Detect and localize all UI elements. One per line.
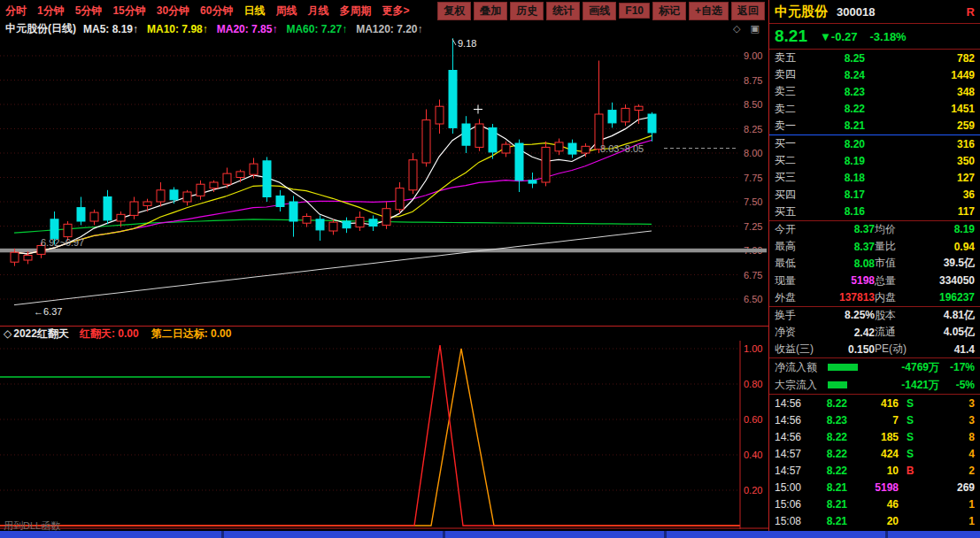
flow-pct: -5% xyxy=(939,379,975,391)
stat-value: 334050 xyxy=(896,274,975,287)
tick-count: 1 xyxy=(922,498,975,511)
timeframe-item-10[interactable]: 多周期 xyxy=(334,4,376,19)
ask-row[interactable]: 卖四8.241449 xyxy=(769,66,980,83)
status-bar-notch xyxy=(664,531,667,538)
candlestick-chart[interactable]: 9.008.758.508.258.007.757.507.257.006.75… xyxy=(0,36,768,326)
price-change-pct: -3.18% xyxy=(869,30,906,43)
toolbar-button-9[interactable]: 返回 xyxy=(731,2,765,20)
bid-row[interactable]: 买四8.1736 xyxy=(769,187,980,204)
level-price: 8.23 xyxy=(808,86,865,98)
tick-volume: 185 xyxy=(847,431,899,443)
timeframe-item-4[interactable]: 15分钟 xyxy=(107,4,150,19)
toolbar-button-3[interactable]: 历史 xyxy=(510,2,544,20)
chart-header: 中元股份(日线) MA5: 8.19↑MA10: 7.98↑MA20: 7.85… xyxy=(0,21,768,36)
timeframe-item-2[interactable]: 1分钟 xyxy=(32,4,70,19)
level-volume: 316 xyxy=(865,138,975,150)
stat-cell: 市值39.5亿 xyxy=(875,256,975,271)
bid-row[interactable]: 买三8.18127 xyxy=(769,169,980,186)
bid-row[interactable]: 买一8.20316 xyxy=(769,135,980,152)
bid-row[interactable]: 买二8.19350 xyxy=(769,152,980,169)
stock-name: 中元股份 xyxy=(775,4,828,20)
flow-pct: -17% xyxy=(939,361,975,373)
stat-label: 量比 xyxy=(875,239,896,254)
indicator-stat-1: 红翻天: 0.00 xyxy=(80,327,139,340)
ask-row[interactable]: 卖一8.21259 xyxy=(769,118,980,134)
svg-text:7.50: 7.50 xyxy=(744,196,762,207)
stat-cell: PE(动)41.4 xyxy=(875,342,975,357)
ask-row[interactable]: 卖三8.23348 xyxy=(769,83,980,100)
level-label: 买二 xyxy=(775,153,808,168)
stat-value: 4.81亿 xyxy=(896,308,975,323)
flow-value: -4769万 xyxy=(863,360,939,375)
stat-value: 137813 xyxy=(796,291,875,304)
timeframe-item-11[interactable]: 更多> xyxy=(376,4,414,19)
toolbar-button-7[interactable]: 标记 xyxy=(652,2,686,20)
level-label: 买五 xyxy=(775,204,808,219)
last-price: 8.21 xyxy=(775,27,807,46)
level-volume: 1449 xyxy=(865,69,975,81)
timeframe-item-3[interactable]: 5分钟 xyxy=(70,4,108,19)
level-volume: 1451 xyxy=(865,103,975,115)
level-price: 8.18 xyxy=(808,172,865,184)
ask-row[interactable]: 卖二8.221451 xyxy=(769,101,980,118)
tick-count: 4 xyxy=(922,448,975,460)
toolbar-button-6[interactable]: F10 xyxy=(619,3,650,19)
chart-header-icons[interactable]: ◇ ▣ xyxy=(733,23,768,35)
toolbar-button-2[interactable]: 叠加 xyxy=(474,2,507,20)
level-volume: 117 xyxy=(865,205,975,218)
timeframe-item-9[interactable]: 月线 xyxy=(302,4,334,19)
svg-text:7.75: 7.75 xyxy=(744,173,762,183)
stat-label: 最高 xyxy=(775,239,796,254)
level-volume: 782 xyxy=(865,52,975,65)
quote-header: 中元股份 300018 R xyxy=(769,0,980,24)
tick-side: S xyxy=(899,448,922,460)
toolbar-button-8[interactable]: +自选 xyxy=(689,2,729,20)
status-bar-notch xyxy=(221,531,224,538)
svg-text:0.80: 0.80 xyxy=(744,379,762,389)
timeframe-item-8[interactable]: 周线 xyxy=(270,4,302,19)
timeframe-item-1[interactable]: 分时 xyxy=(0,4,32,19)
indicator-chart[interactable]: 1.000.800.600.400.20 xyxy=(0,341,768,529)
stat-cell: 净资2.42 xyxy=(775,325,875,340)
stat-cell: 总量334050 xyxy=(875,273,975,288)
stat-value: 8.19 xyxy=(896,223,975,235)
svg-text:8.03~8.05: 8.03~8.05 xyxy=(600,143,644,154)
toolbar-button-4[interactable]: 统计 xyxy=(546,2,580,20)
stat-label: 现量 xyxy=(775,273,796,288)
tick-count: 2 xyxy=(922,465,975,477)
stat-value: 39.5亿 xyxy=(896,256,975,271)
timeframe-item-5[interactable]: 30分钟 xyxy=(151,4,195,19)
tick-price: 8.21 xyxy=(808,481,847,494)
toolbar-button-1[interactable]: 复权 xyxy=(437,2,471,20)
financials-row: 换手8.25%股本4.81亿 xyxy=(769,307,980,324)
tick-row: 14:578.2210B2 xyxy=(769,462,980,479)
tick-side: S xyxy=(899,431,922,443)
svg-text:7.25: 7.25 xyxy=(744,221,762,232)
financials-grid: 换手8.25%股本4.81亿净资2.42流通4.05亿收益(三)0.150PE(… xyxy=(769,307,980,359)
stat-label: 外盘 xyxy=(775,290,796,305)
level-price: 8.21 xyxy=(808,119,865,132)
ask-row[interactable]: 卖五8.25782 xyxy=(769,50,980,66)
timeframe-item-6[interactable]: 60分钟 xyxy=(195,4,238,19)
timeframe-item-7[interactable]: 日线 xyxy=(238,4,270,19)
tick-volume: 424 xyxy=(847,448,899,460)
svg-text:1.00: 1.00 xyxy=(744,343,762,354)
tick-volume: 46 xyxy=(847,498,899,511)
tick-row: 15:068.21461 xyxy=(769,496,980,512)
tick-time: 14:56 xyxy=(775,431,808,443)
tick-volume: 10 xyxy=(847,465,899,477)
app-window: 分时1分钟5分钟15分钟30分钟60分钟日线周线月线多周期更多> 复权叠加历史统… xyxy=(0,0,980,538)
stat-cell: 收益(三)0.150 xyxy=(775,342,875,357)
stat-cell: 均价8.19 xyxy=(875,222,975,237)
toolbar-button-5[interactable]: 画线 xyxy=(583,2,616,20)
stat-label: 内盘 xyxy=(875,290,896,305)
stat-value: 0.94 xyxy=(896,241,975,253)
tick-count: 1 xyxy=(922,515,975,527)
chart-title: 中元股份(日线) xyxy=(0,21,83,36)
bid-row[interactable]: 买五8.16117 xyxy=(769,204,980,220)
stat-cell: 最高8.37 xyxy=(775,239,875,254)
tick-side: S xyxy=(899,414,922,427)
stat-label: 净资 xyxy=(775,325,796,340)
stat-label: 均价 xyxy=(875,222,896,237)
margin-badge: R xyxy=(967,5,975,19)
